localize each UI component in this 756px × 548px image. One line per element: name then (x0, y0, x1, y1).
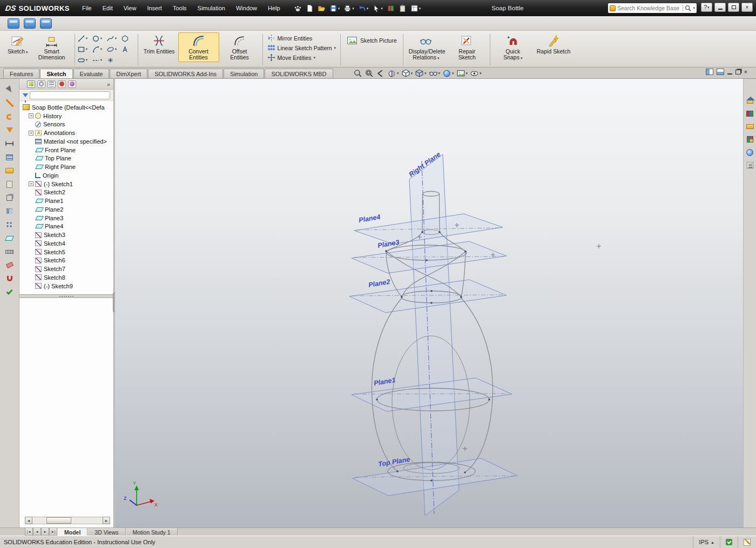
polygon-icon[interactable] (121, 35, 136, 43)
mirror-entities-button[interactable]: Mirror Entities (267, 34, 336, 42)
pattern-grid-icon[interactable] (4, 219, 15, 230)
plane2-label[interactable]: Plane2 (368, 278, 390, 289)
menu-file[interactable]: File (77, 3, 97, 13)
more-tabs-chevron[interactable]: » (107, 81, 111, 87)
window-globe-icon[interactable] (24, 18, 36, 29)
spline-icon[interactable]: ▾ (106, 35, 121, 43)
display-manager-tab-icon[interactable] (68, 80, 76, 88)
tab-motion-study-1[interactable]: Motion Study 1 (126, 528, 178, 536)
pane-bottom-icon[interactable] (717, 69, 724, 75)
print-icon[interactable]: ▾ (342, 4, 355, 13)
eraser-icon[interactable] (4, 260, 15, 270)
tree-item-right-plane[interactable]: Right Plane (21, 163, 113, 171)
panel-splitter[interactable] (19, 294, 113, 298)
tree-filter-input[interactable] (30, 91, 110, 99)
circle-icon[interactable]: ▾ (92, 35, 106, 43)
close-document-icon[interactable]: × (744, 69, 747, 75)
tree-item-plane1[interactable]: Plane1 (21, 197, 113, 205)
search-input[interactable] (617, 5, 681, 11)
tab-3d-views[interactable]: 3D Views (87, 528, 125, 536)
arrow-down-icon[interactable] (4, 125, 15, 136)
sketch-picture-button[interactable]: Sketch Picture (343, 32, 401, 45)
undo-icon[interactable]: ▾ (357, 4, 370, 13)
maximize-button[interactable] (728, 3, 739, 12)
select-cursor-icon[interactable] (4, 84, 15, 95)
move-entities-button[interactable]: Move Entities▾ (267, 53, 336, 62)
apply-scene-icon[interactable]: ▾ (456, 68, 469, 78)
home-icon[interactable] (745, 96, 755, 105)
dimxpert-manager-tab-icon[interactable] (58, 80, 66, 88)
tree-item-sketch8[interactable]: Sketch8 (21, 273, 113, 282)
feature-tree-tab-icon[interactable] (27, 80, 35, 88)
tree-item-sketch3[interactable]: Sketch3 (21, 231, 113, 239)
tree-horizontal-scrollbar[interactable]: ◄ ► (25, 517, 110, 524)
tree-item-sketch6[interactable]: Sketch6 (21, 256, 113, 265)
centerline-icon[interactable]: ▾ (92, 56, 106, 64)
file-explorer-icon[interactable] (745, 122, 755, 131)
arc-icon[interactable]: ▾ (92, 45, 106, 53)
menu-window[interactable]: Window (231, 3, 262, 13)
slot-icon[interactable]: ▾ (77, 56, 92, 64)
tree-item-sketch2[interactable]: Sketch2 (21, 188, 113, 197)
menu-edit[interactable]: Edit (98, 3, 118, 13)
tab-sketch[interactable]: Sketch (40, 69, 72, 78)
previous-tab-button[interactable]: ◄ (33, 528, 41, 536)
tree-item-sketch9[interactable]: (-) Sketch9 (21, 282, 113, 290)
search-icon[interactable] (685, 5, 691, 11)
tab-dimxpert[interactable]: DimXpert (110, 69, 147, 78)
text-icon[interactable] (121, 45, 136, 53)
configuration-manager-tab-icon[interactable] (48, 80, 56, 88)
tab-solidworks-add-ins[interactable]: SOLIDWORKS Add-Ins (148, 69, 223, 78)
section-view-icon[interactable]: ▾ (387, 68, 400, 78)
tree-item-history[interactable]: +History (21, 112, 113, 120)
scrollbar-thumb[interactable] (46, 517, 71, 524)
options-icon[interactable]: ▾ (409, 4, 422, 13)
help-button[interactable]: ?▾ (701, 3, 712, 12)
menu-view[interactable]: View (119, 3, 141, 13)
design-library-icon[interactable] (745, 109, 755, 118)
tab-features[interactable]: Features (3, 69, 39, 78)
zoom-to-area-icon[interactable] (364, 68, 374, 78)
tree-item-sketch5[interactable]: Sketch5 (21, 248, 113, 256)
ruler-icon[interactable] (4, 246, 15, 257)
quick-snaps-button[interactable]: Quick Snaps▾ (492, 32, 534, 63)
edit-appearance-icon[interactable]: ▾ (442, 68, 455, 78)
tree-item-sensors[interactable]: Sensors (21, 120, 113, 129)
tree-item-origin[interactable]: Origin (21, 171, 113, 180)
next-tab-button[interactable]: ► (41, 528, 49, 536)
property-manager-tab-icon[interactable] (37, 80, 45, 88)
plane4-label[interactable]: Plane4 (358, 213, 381, 224)
tree-item-front-plane[interactable]: Front Plane (21, 146, 113, 154)
dimension-icon[interactable] (4, 138, 15, 149)
open-icon[interactable] (316, 4, 327, 13)
mirror-icon[interactable] (4, 206, 15, 217)
convert-entities-button[interactable]: Convert Entities (178, 32, 219, 62)
tree-item-annotations[interactable]: +Annotations (21, 128, 113, 137)
tree-item-sketch1[interactable]: +(-) Sketch1 (21, 180, 113, 188)
hide-show-items-icon[interactable]: ▾ (428, 68, 441, 78)
expander[interactable]: + (29, 113, 33, 118)
restore-document-icon[interactable] (735, 70, 741, 75)
scrollbar-track[interactable] (32, 517, 103, 524)
menu-simulation[interactable]: Simulation (193, 3, 230, 13)
arc-ring-icon[interactable] (4, 111, 15, 122)
expander[interactable]: + (29, 131, 33, 136)
view-orientation-icon[interactable]: ▾ (401, 68, 414, 78)
paw-icon[interactable] (293, 4, 303, 13)
offset-entities-button[interactable]: Offset Entities (219, 32, 260, 62)
tree-item-plane4[interactable]: Plane4 (21, 222, 113, 231)
magnet-icon[interactable] (4, 273, 15, 284)
menu-insert[interactable]: Insert (142, 3, 167, 13)
tree-item-sketch4[interactable]: Sketch4 (21, 239, 113, 248)
clipboard-icon[interactable] (4, 179, 15, 190)
smart-dimension-button[interactable]: Smart Dimension (31, 32, 72, 62)
expander[interactable]: + (29, 181, 33, 186)
zoom-to-fit-icon[interactable] (353, 68, 363, 78)
layers-icon[interactable] (4, 152, 15, 163)
tab-model[interactable]: Model (57, 528, 87, 536)
previous-view-icon[interactable] (375, 68, 386, 78)
units-selector[interactable]: IPS ▲ (693, 536, 720, 548)
line-icon[interactable]: ▾ (77, 35, 92, 43)
rectangle-icon[interactable]: ▾ (77, 45, 92, 53)
tree-item-sketch7[interactable]: Sketch7 (21, 265, 113, 273)
